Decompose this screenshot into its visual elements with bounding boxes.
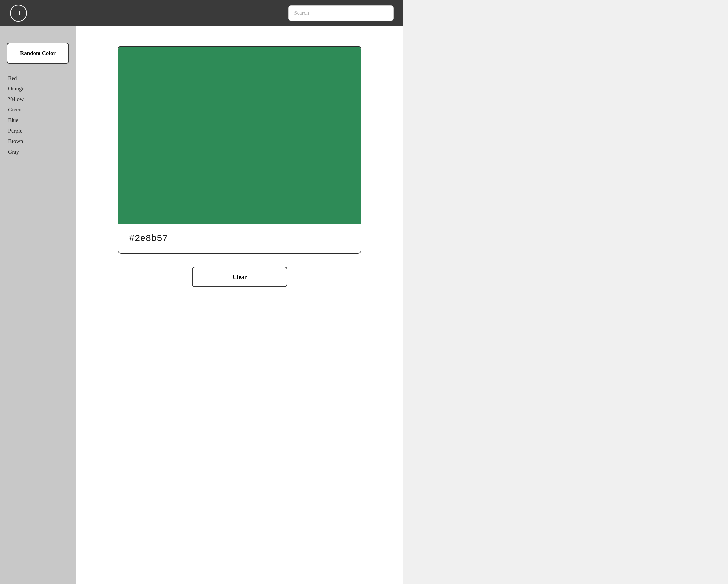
sidebar-item-yellow[interactable]: Yellow bbox=[6, 94, 69, 105]
header: H bbox=[0, 0, 404, 26]
color-swatch bbox=[119, 47, 361, 224]
sidebar-item-red[interactable]: Red bbox=[6, 73, 69, 84]
sidebar-item-orange[interactable]: Orange bbox=[6, 84, 69, 94]
color-info: #2e8b57 bbox=[119, 224, 361, 253]
sidebar-item-gray[interactable]: Gray bbox=[6, 147, 69, 157]
main-content: #2e8b57 Clear bbox=[76, 26, 404, 584]
search-input[interactable] bbox=[288, 5, 394, 21]
logo-text: H bbox=[16, 9, 21, 17]
logo: H bbox=[10, 5, 27, 22]
clear-button[interactable]: Clear bbox=[192, 267, 287, 287]
color-hex-display: #2e8b57 bbox=[129, 233, 168, 244]
color-list: Red Orange Yellow Green Blue Purple Brow… bbox=[6, 73, 69, 157]
main-layout: Random Color Red Orange Yellow Green Blu… bbox=[0, 26, 404, 584]
sidebar-item-purple[interactable]: Purple bbox=[6, 126, 69, 136]
random-color-button[interactable]: Random Color bbox=[6, 43, 69, 64]
color-card: #2e8b57 bbox=[118, 46, 361, 253]
sidebar: Random Color Red Orange Yellow Green Blu… bbox=[0, 26, 76, 584]
sidebar-item-green[interactable]: Green bbox=[6, 105, 69, 115]
sidebar-item-brown[interactable]: Brown bbox=[6, 136, 69, 147]
sidebar-item-blue[interactable]: Blue bbox=[6, 115, 69, 126]
